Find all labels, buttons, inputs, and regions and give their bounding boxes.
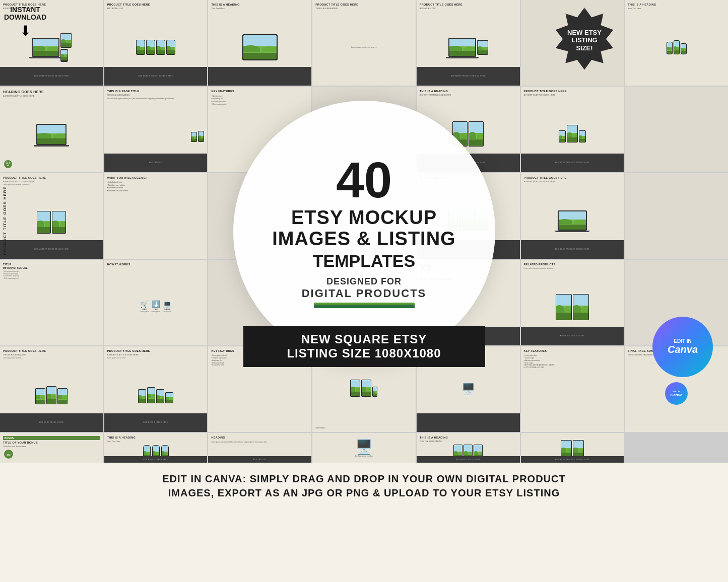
thumb-10-body: • Nisi tincidunt• adipiscing elit• Nulla… (211, 95, 308, 106)
thumb-9: THIS IS A PAGE TITLE THIS IS A SUBHEADIN… (104, 87, 208, 172)
badge-text: NEW ETSYLISTINGSIZE! (567, 29, 602, 52)
thumb-16: WHAT YOU WILL RECEIVE: • Included with n… (104, 173, 208, 259)
thumb-34-title: KEY FEATURES (524, 349, 621, 353)
thumb-30: PRODUCT TITLE GOES HERE A SHORT SUBTITLE… (104, 346, 208, 432)
thumb-3: THIS IS A HEADING Your Text Here (208, 0, 311, 86)
thumb-16-body: • Included with nisi• Tincidunt eget nul… (107, 181, 205, 192)
thumb-29-body: Lorem ipsum dolor sit amet... (3, 357, 100, 359)
thumb-37-sub: Your Text Here (107, 440, 205, 443)
thumb-5-title: PRODUCT TITLE GOES HERE (420, 3, 517, 7)
thumb-12-title: THIS IS A HEADING (420, 90, 517, 93)
thumb-13-title: PRODUCT TITLE GOES HERE (524, 90, 621, 93)
thumb-4-mockup: Lorem ipsum dolor sit amet... (315, 12, 413, 83)
main-heading-line2: IMAGES & LISTING (272, 229, 455, 250)
digital-products-text: DIGITAL PRODUCTS (302, 287, 427, 300)
thumb-15: PRODUCT TITLE GOES HERE A SHORT SUBTITLE… (0, 173, 103, 259)
instant-download-badge: INSTANTDOWNLOAD ⬇ (4, 6, 46, 39)
thumb-15-sub: A SHORT SUBTITLE GOES HERE (3, 180, 100, 183)
thumb-13-sub: A SHORT SUBTITLE GOES HERE (524, 94, 621, 96)
banner-text-line2: LISTING SIZE 1080X1080 (258, 346, 470, 361)
center-overlay: 40 ETSY MOCKUP IMAGES & LISTING TEMPLATE… (233, 101, 495, 362)
thumb-20-title: PRODUCT TITLE GOES HERE (524, 176, 621, 180)
banner-text-line1: NEW SQUARE ETSY (258, 332, 470, 347)
thumb-7-title: THIS IS A HEADING (628, 3, 725, 7)
square-banner: NEW SQUARE ETSY LISTING SIZE 1080X1080 (243, 326, 485, 368)
thumb-34: KEY FEATURES • Lorem ipsum dolor• Tincid… (521, 346, 624, 432)
thumb-15-body: Lorem ipsum dolor sit amet consectetur..… (3, 184, 100, 186)
big-number: 40 (336, 155, 392, 205)
main-wrapper: PRODUCT TITLE GOES HERE A SHORT SUBTITLE… (0, 0, 728, 510)
thumb-22: TITLE IMPORTANT FEATURE • Lorem ipsum do… (0, 260, 103, 345)
thumb-36-title: TITLE OF YOUR BONUS (3, 441, 100, 445)
thumb-30-body: Lorem ipsum dolor sit amet... (107, 357, 205, 359)
thumb-36-bonus-label: BONUS (3, 436, 100, 440)
thumb-29: PRODUCT TITLE GOES HERE THIS IS A SUBHEA… (0, 346, 103, 432)
canva-brand-text: Canva (668, 344, 698, 355)
thumb-20-sub: A SHORT SUBTITLE GOES HERE (524, 180, 621, 183)
thumb-8-mockup (3, 99, 100, 169)
thumbnail-grid: PRODUCT TITLE GOES HERE A SHORT SUBTITLE… (0, 0, 728, 463)
thumb-8-sub: A SHORT SUBTITLE GOES HERE (3, 95, 100, 97)
thumb-38-title: HEADING (211, 436, 308, 440)
thumb-4-title: PRODUCT TITLE GOES HERE (315, 3, 413, 7)
thumb-22-sub: IMPORTANT FEATURE (3, 267, 100, 269)
main-heading-line3: TEMPLATES (313, 252, 415, 270)
thumb-9-body: Nisi tincidunt eget nullam quis. Quis he… (107, 96, 205, 102)
thumb-40-sub: THIS IS A SUBHEADING (420, 440, 517, 443)
thumb-36: BONUS TITLE OF YOUR BONUS Describe your … (0, 433, 103, 463)
thumb-12-sub: A SHORT SUBTITLE GOES HERE (420, 94, 517, 96)
thumb-7: THIS IS A HEADING Your Text Here (625, 0, 728, 86)
canva-edit-text: EDIT IN (674, 338, 692, 344)
underline-decoration (314, 304, 415, 308)
thumb-5-sub: ADD A CALL OUT (420, 7, 517, 10)
bottom-caption-text: EDIT IN CANVA: SIMPLY DRAG AND DROP IN Y… (10, 472, 718, 500)
thumb-41: ADD MORE PRODUCT DETAILS HERE (521, 433, 624, 463)
thumb-22-body: • Lorem ipsum dolor sit• Tincidunt eget … (3, 270, 100, 279)
thumb-23-title: HOW IT WORKS (107, 263, 205, 266)
thumb-39: 🖥️ Desktop setup mockup (312, 433, 416, 463)
thumb-4-sub: THIS IS A SUBHEADING (315, 7, 413, 10)
thumb-10-title: KEY FEATURES (211, 90, 308, 93)
thumb-2-sub: ADD A CALL OUT (107, 7, 205, 10)
thumb-38: HEADING Lorem ipsum dolor sit amet. Quis… (208, 433, 311, 463)
bottom-caption: EDIT IN CANVA: SIMPLY DRAG AND DROP IN Y… (0, 463, 728, 510)
thumb-7-mockup (628, 12, 725, 83)
main-heading-line1: ETSY MOCKUP (291, 207, 437, 229)
thumb-3-title: THIS IS A HEADING (211, 3, 308, 7)
thumb-38-body: Lorem ipsum dolor sit amet. Quis hendrer… (211, 441, 308, 444)
thumb-14 (625, 87, 728, 172)
thumb-13: PRODUCT TITLE GOES HERE A SHORT SUBTITLE… (521, 87, 624, 172)
instant-download-text: INSTANTDOWNLOAD (4, 6, 46, 22)
thumb-3-sub: Your Text Here (211, 7, 308, 10)
thumb-39-mockup: 🖥️ Desktop setup mockup (315, 436, 413, 460)
thumb-23: HOW IT WORKS 🛒 ONE Lorem ipsum ⬇️ TWO Lo… (104, 260, 208, 345)
thumb-29-sub: THIS IS A SUBHEADING (3, 353, 100, 356)
thumb-27-title: RELATED PRODUCTS (524, 263, 621, 266)
thumb-34-body: • Lorem ipsum dolor• Tincidunt eget• Adi… (524, 354, 621, 369)
thumb-27: RELATED PRODUCTS Lorem dolor sit amet, c… (521, 260, 624, 345)
thumb-40-title: THIS IS A HEADING (420, 436, 517, 440)
thumb-2-title: PRODUCT TITLE GOES HERE (107, 3, 205, 7)
designed-for-text: DESIGNED FOR (326, 276, 402, 287)
thumb-23-steps: 🛒 ONE Lorem ipsum ⬇️ TWO Lorem ipsum 💻 T… (107, 270, 205, 342)
thumb-27-body: Lorem dolor sit amet, consectetur adipis… (524, 267, 621, 269)
thumb-15-title: PRODUCT TITLE GOES HERE (3, 176, 100, 180)
thumb-37-title: THIS IS A HEADING (107, 436, 205, 440)
thumb-8: HEADING GOES HERE A SHORT SUBTITLE GOES … (0, 87, 103, 172)
thumb-21 (625, 173, 728, 259)
thumb-30-title: PRODUCT TITLE GOES HERE (107, 349, 205, 353)
thumb-5: PRODUCT TITLE GOES HERE ADD A CALL OUT A… (417, 0, 520, 86)
instant-download-icon: ⬇ (20, 23, 31, 39)
thumb-16-title: WHAT YOU WILL RECEIVE: (107, 176, 205, 180)
thumb-36-sub: Describe your bonus here (3, 445, 100, 448)
thumb-20: PRODUCT TITLE GOES HERE A SHORT SUBTITLE… (521, 173, 624, 259)
thumb-40: THIS IS A HEADING THIS IS A SUBHEADING A… (417, 433, 520, 463)
thumb-37: THIS IS A HEADING Your Text Here ADD MOR… (104, 433, 208, 463)
thumb-22-title: TITLE (3, 263, 100, 266)
thumb-8-title: HEADING GOES HERE (3, 90, 100, 94)
thumb-30-sub: A SHORT SUBTITLE GOES HERE (107, 353, 205, 356)
thumb-29-title: PRODUCT TITLE GOES HERE (3, 349, 100, 353)
thumb-4: PRODUCT TITLE GOES HERE THIS IS A SUBHEA… (312, 0, 416, 86)
thumb-9-title: THIS IS A PAGE TITLE (107, 90, 205, 93)
thumb-2: PRODUCT TITLE GOES HERE ADD A CALL OUT A… (104, 0, 208, 86)
